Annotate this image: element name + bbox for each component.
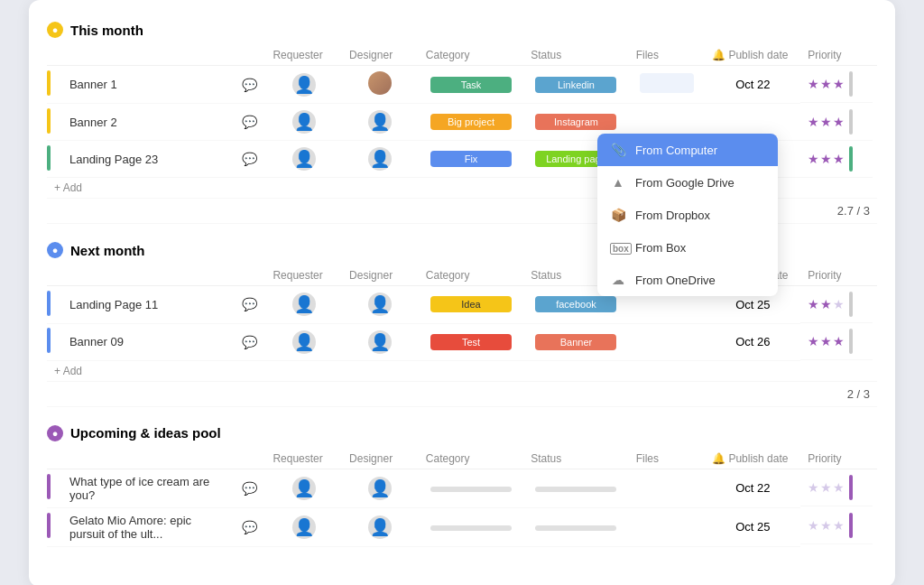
row-category-cell[interactable]: Big project <box>419 104 523 141</box>
row-name-cell: Banner 09 <box>62 323 235 360</box>
dropdown-item-onedrive[interactable]: ☁ From OneDrive <box>597 264 778 296</box>
avatar-placeholder: 👤 <box>368 515 392 539</box>
dropdown-item-icon-dropbox: 📦 <box>610 208 626 222</box>
dropdown-item-computer[interactable]: 📎 From Computer <box>597 134 778 166</box>
row-category-cell[interactable]: Task <box>419 66 523 104</box>
comment-icon[interactable]: 💬 <box>242 335 257 349</box>
row-files-cell[interactable] <box>629 507 706 546</box>
comment-icon[interactable]: 💬 <box>242 520 257 534</box>
category-badge: Big project <box>430 114 512 130</box>
stars: ★★★ <box>808 480 845 495</box>
add-row[interactable]: + Add <box>47 360 877 381</box>
bell-icon: 🔔 <box>712 49 725 61</box>
priority-bar <box>849 109 853 135</box>
row-category-cell[interactable] <box>419 507 523 546</box>
priority-bar <box>849 146 853 172</box>
stars: ★★★ <box>808 334 845 348</box>
publish-date: Oct 25 <box>735 520 770 534</box>
comment-icon[interactable]: 💬 <box>242 481 257 496</box>
section-icon-this-month: ● <box>47 22 63 38</box>
row-status-cell[interactable] <box>523 507 628 546</box>
row-color-bar-cell <box>47 469 62 507</box>
row-category-cell[interactable] <box>419 469 523 507</box>
row-color-bar-cell <box>47 66 62 104</box>
row-color-bar <box>47 108 51 134</box>
star-filled: ★ <box>833 152 845 166</box>
category-badge: Task <box>430 77 512 93</box>
avatar-placeholder: 👤 <box>368 110 392 134</box>
section-icon-next-month: ● <box>47 242 63 258</box>
row-color-bar-cell <box>47 104 62 141</box>
comment-icon[interactable]: 💬 <box>242 297 257 311</box>
star-empty: ★ <box>808 480 820 495</box>
th-status: Status <box>523 45 628 66</box>
row-files-cell[interactable] <box>629 469 706 507</box>
row-name-cell: Landing Page 23 <box>62 141 235 178</box>
main-card: ● This month Requester Designer Category… <box>29 0 895 585</box>
th-priority: Priority <box>800 449 877 469</box>
comment-icon[interactable]: 💬 <box>242 78 257 92</box>
row-publish-cell: Oct 26 <box>705 323 800 360</box>
row-comment-cell[interactable]: 💬 <box>235 66 266 104</box>
table-row: Gelato Mio Amore: epic pursuit of the ul… <box>47 507 877 546</box>
row-designer-cell: 👤 <box>342 286 419 324</box>
category-badge-empty <box>430 525 512 531</box>
comment-icon[interactable]: 💬 <box>242 115 257 129</box>
row-name: Landing Page 11 <box>69 298 158 311</box>
row-name: What type of ice cream are you? <box>69 475 209 502</box>
stars: ★★★ <box>808 152 845 166</box>
row-status-cell[interactable]: Banner <box>523 323 628 360</box>
requester-avatar: 👤 <box>292 73 316 97</box>
row-requester-cell: 👤 <box>265 469 342 507</box>
star-empty: ★ <box>833 297 845 311</box>
th-name <box>62 449 235 469</box>
dropdown-item-label-dropbox: From Dropbox <box>635 209 710 222</box>
comment-icon[interactable]: 💬 <box>242 152 257 166</box>
stars: ★★★ <box>808 297 845 311</box>
dropdown-item-icon-box: box <box>610 240 626 255</box>
row-category-cell[interactable]: Test <box>419 323 523 360</box>
requester-avatar: 👤 <box>292 477 316 500</box>
priority-bar <box>849 475 853 500</box>
row-files-cell[interactable] <box>629 66 706 104</box>
th-designer: Designer <box>342 449 419 469</box>
row-comment-cell[interactable]: 💬 <box>235 286 266 324</box>
add-label[interactable]: + Add <box>47 360 877 381</box>
avatar-placeholder: 👤 <box>368 330 392 354</box>
row-name-cell: Landing Page 11 <box>62 286 235 324</box>
row-name: Landing Page 23 <box>69 153 158 166</box>
priority-bar <box>849 71 853 97</box>
star-filled: ★ <box>833 77 845 91</box>
star-filled: ★ <box>808 152 820 166</box>
row-category-cell[interactable]: Fix <box>419 141 523 178</box>
row-comment-cell[interactable]: 💬 <box>235 507 266 546</box>
row-category-cell[interactable]: Idea <box>419 286 523 324</box>
status-badge-empty <box>535 525 616 531</box>
th-requester: Requester <box>265 449 342 469</box>
row-comment-cell[interactable]: 💬 <box>235 104 266 141</box>
row-name-cell: What type of ice cream are you? <box>62 469 235 507</box>
status-badge: Banner <box>535 334 616 350</box>
files-highlight <box>640 73 694 93</box>
row-comment-cell[interactable]: 💬 <box>235 141 266 178</box>
th-category: Category <box>419 45 523 66</box>
row-status-cell[interactable]: Linkedin <box>523 66 628 104</box>
publish-date: Oct 22 <box>735 481 770 495</box>
dropdown-item-label-computer: From Computer <box>635 144 717 157</box>
dropdown-item-gdrive[interactable]: ▲ From Google Drive <box>597 166 778 199</box>
th-name <box>62 45 235 66</box>
th-files: Files <box>629 45 706 66</box>
dropdown-item-box[interactable]: box From Box <box>597 231 778 264</box>
upload-dropdown: 📎 From Computer ▲ From Google Drive 📦 Fr… <box>597 134 778 296</box>
row-status-cell[interactable] <box>523 469 628 507</box>
table-row: Banner 1 💬 👤 Task Linkedin Oct 22 <box>47 66 877 104</box>
th-color <box>47 449 62 469</box>
row-files-cell[interactable] <box>629 323 706 360</box>
row-comment-cell[interactable]: 💬 <box>235 323 266 360</box>
row-priority-cell: ★★★ <box>800 141 873 178</box>
category-badge-empty <box>430 487 512 492</box>
row-comment-cell[interactable]: 💬 <box>235 469 266 507</box>
dropdown-item-dropbox[interactable]: 📦 From Dropbox <box>597 199 778 231</box>
requester-avatar: 👤 <box>292 147 316 171</box>
row-name: Gelato Mio Amore: epic pursuit of the ul… <box>69 514 191 541</box>
